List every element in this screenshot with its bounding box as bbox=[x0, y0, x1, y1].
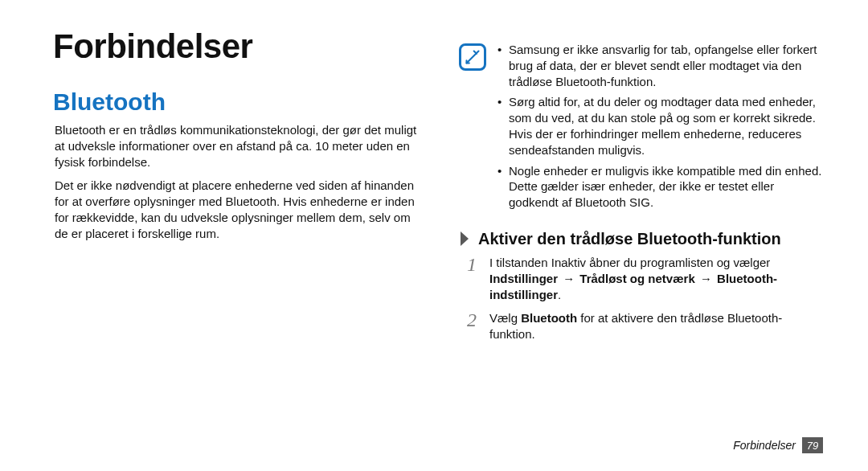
body-paragraph: Det er ikke nødvendigt at placere enhede… bbox=[53, 178, 417, 241]
step-body: I tilstanden Inaktiv åbner du programlis… bbox=[489, 255, 823, 302]
footer-page-number: 79 bbox=[802, 437, 823, 453]
menu-path-part: Indstillinger bbox=[489, 272, 558, 285]
note-bullet-item: Nogle enheder er muligvis ikke kompatibl… bbox=[497, 163, 823, 211]
svg-marker-0 bbox=[461, 231, 469, 246]
note-bullet-item: Samsung er ikke ansvarlig for tab, opfan… bbox=[497, 42, 823, 89]
step-body: Vælg Bluetooth for at aktivere den trådl… bbox=[489, 310, 823, 342]
footer-section-title: Forbindelser bbox=[733, 439, 796, 452]
page-root: Forbindelser Bluetooth Bluetooth er en t… bbox=[0, 0, 868, 471]
menu-path-arrow: → bbox=[563, 272, 575, 285]
period: . bbox=[558, 288, 561, 301]
note-bullet-list: Samsung er ikke ansvarlig for tab, opfan… bbox=[497, 42, 823, 215]
step-text: I tilstanden Inaktiv åbner du programlis… bbox=[489, 256, 770, 269]
two-column-layout: Forbindelser Bluetooth Bluetooth er en t… bbox=[53, 27, 823, 350]
subsection-title: Aktiver den trådløse Bluetooth-funktion bbox=[478, 230, 781, 248]
section-title-bluetooth: Bluetooth bbox=[53, 88, 417, 116]
bold-term: Bluetooth bbox=[521, 311, 577, 325]
step-item: 2 Vælg Bluetooth for at aktivere den trå… bbox=[459, 310, 823, 342]
note-bullet-item: Sørg altid for, at du deler og modtager … bbox=[497, 94, 823, 158]
note-icon bbox=[459, 43, 486, 71]
right-column: Samsung er ikke ansvarlig for tab, opfan… bbox=[456, 27, 823, 350]
left-column: Forbindelser Bluetooth Bluetooth er en t… bbox=[53, 27, 420, 350]
subsection-heading: Aktiver den trådløse Bluetooth-funktion bbox=[459, 230, 823, 248]
body-paragraph: Bluetooth er en trådløs kommunikationste… bbox=[53, 122, 417, 170]
step-number: 2 bbox=[464, 310, 480, 330]
page-title: Forbindelser bbox=[53, 27, 417, 66]
chevron-right-icon bbox=[459, 230, 472, 248]
menu-path-arrow: → bbox=[700, 272, 712, 285]
step-text: Vælg bbox=[489, 311, 521, 325]
menu-path-part: Trådløst og netværk bbox=[579, 272, 694, 285]
note-block: Samsung er ikke ansvarlig for tab, opfan… bbox=[459, 42, 823, 215]
step-number: 1 bbox=[464, 255, 480, 274]
page-footer: Forbindelser 79 bbox=[733, 437, 823, 453]
step-item: 1 I tilstanden Inaktiv åbner du programl… bbox=[459, 255, 823, 302]
